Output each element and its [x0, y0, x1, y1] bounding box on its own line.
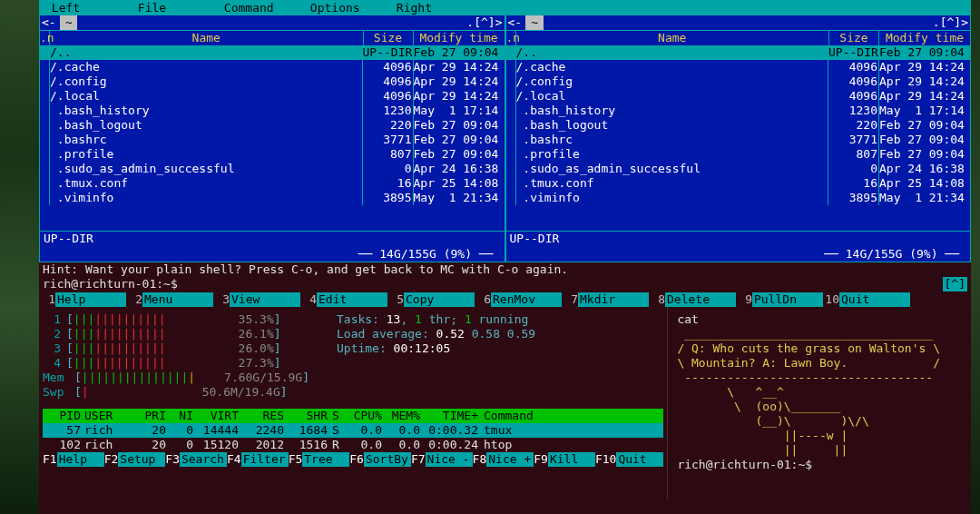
panel-title-tab[interactable]: ~ [525, 15, 544, 30]
panel-disk-usage: ── 14G/155G (9%) ── [506, 247, 971, 262]
mc-menu-left[interactable]: Left [44, 1, 131, 15]
file-row[interactable]: .bashrc3771Feb 27 09:04 [40, 133, 505, 147]
htop-uptime: Uptime: 00:12:05 [337, 341, 535, 356]
file-row[interactable]: /.cache4096Apr 29 14:24 [506, 60, 971, 74]
mc-hint-line: Hint: Want your plain shell? Press C-o, … [39, 262, 971, 277]
mc-panel-right[interactable]: <-~.[^]>.nNameSizeModify time/..UP--DIRF… [505, 15, 972, 262]
panel-left-arrow-icon[interactable]: <- [42, 15, 56, 30]
file-row[interactable]: .bash_history1230May 1 17:14 [40, 104, 505, 118]
htop-fkey-nice[interactable]: F7Nice - [411, 452, 473, 467]
file-row[interactable]: /..UP--DIRFeb 27 09:04 [40, 45, 505, 60]
mc-menu-command[interactable]: Command [217, 1, 303, 15]
htop-cpu-bar: 2[|||||||||||||26.1%] [43, 327, 309, 341]
cowsay-command: cat [677, 312, 965, 327]
htop-fkey-setup[interactable]: F2Setup [104, 452, 166, 467]
panel-status: UP--DIR [506, 231, 971, 247]
file-row[interactable]: .tmux.conf16Apr 25 14:08 [40, 176, 505, 191]
file-row[interactable]: .bashrc3771Feb 27 09:04 [506, 133, 971, 147]
mc-menu-right[interactable]: Right [389, 1, 475, 15]
htop-fkey-filter[interactable]: F4Filter [227, 452, 289, 467]
file-row[interactable]: .profile807Feb 27 09:04 [40, 147, 505, 162]
mc-fkey-help[interactable]: 1Help [39, 292, 126, 307]
htop-fkey-kill[interactable]: F9Kill [534, 452, 595, 467]
htop-process-row[interactable]: 57rich2001444422401684S0.00.00:00.32tmux [43, 423, 663, 438]
file-row[interactable]: .profile807Feb 27 09:04 [506, 147, 971, 162]
file-row[interactable]: .bash_history1230May 1 17:14 [506, 104, 971, 118]
mc-fkey-pulldn[interactable]: 9PullDn [736, 292, 823, 307]
mc-fkey-view[interactable]: 3View [213, 292, 300, 307]
panel-status: UP--DIR [40, 231, 505, 247]
htop-fkey-sortby[interactable]: F6SortBy [349, 452, 411, 467]
file-row[interactable]: .bash_logout220Feb 27 09:04 [506, 118, 971, 133]
file-row[interactable]: /.cache4096Apr 29 14:24 [40, 60, 505, 74]
cowsay-pane[interactable]: cat ___________________________________ … [667, 307, 971, 499]
htop-pane[interactable]: 1[|||||||||||||35.3%]2[|||||||||||||26.1… [39, 307, 667, 499]
file-row[interactable]: .sudo_as_admin_successful0Apr 24 16:38 [40, 162, 505, 176]
htop-swp-bar: Swp[|50.6M/19.4G] [43, 385, 309, 400]
cowsay-output: ___________________________________ / Q:… [677, 327, 965, 458]
terminal-window: Left File Command Options Right <-~.[^]>… [39, 0, 971, 514]
mc-menu-file[interactable]: File [131, 1, 217, 15]
file-row[interactable]: .tmux.conf16Apr 25 14:08 [506, 176, 971, 191]
htop-mem-bar: Mem[||||||||||||||||7.60G/15.9G] [43, 371, 309, 385]
mc-fkey-copy[interactable]: 5Copy [387, 292, 475, 307]
htop-function-keys: F1HelpF2SetupF3SearchF4FilterF5TreeF6Sor… [43, 452, 663, 467]
panel-right-icons[interactable]: .[^]> [466, 15, 502, 30]
file-row[interactable]: /..UP--DIRFeb 27 09:04 [506, 45, 971, 60]
htop-fkey-search[interactable]: F3Search [165, 452, 227, 467]
mc-fkey-renmov[interactable]: 6RenMov [475, 292, 562, 307]
file-row[interactable]: .sudo_as_admin_successful0Apr 24 16:38 [506, 162, 971, 176]
file-row[interactable]: /.config4096Apr 29 14:24 [506, 74, 971, 89]
panel-right-icons[interactable]: .[^]> [933, 15, 968, 30]
htop-cpu-bar: 3[|||||||||||||26.0%] [43, 341, 309, 356]
mc-fkey-edit[interactable]: 4Edit [300, 292, 387, 307]
file-row[interactable]: /.config4096Apr 29 14:24 [40, 74, 505, 89]
panel-disk-usage: ── 14G/155G (9%) ── [40, 247, 505, 262]
htop-fkey-nice[interactable]: F8Nice + [473, 452, 534, 467]
prompt-flag[interactable]: [^] [943, 277, 967, 292]
htop-tasks: Tasks: 13, 1 thr; 1 running [337, 312, 535, 327]
htop-process-header[interactable]: PIDUSERPRINIVIRTRESSHRSCPU%MEM%TIME+Comm… [43, 409, 663, 423]
htop-fkey-quit[interactable]: F10Quit [595, 452, 663, 467]
cowsay-shell-prompt[interactable]: rich@richturn-01:~$ [677, 458, 965, 472]
htop-cpu-bar: 4[|||||||||||||27.3%] [43, 356, 309, 371]
mc-panels: <-~.[^]>.nNameSizeModify time/..UP--DIRF… [39, 15, 971, 262]
panel-title-tab[interactable]: ~ [60, 15, 78, 30]
panel-column-headers[interactable]: .nNameSizeModify time [506, 31, 971, 45]
htop-fkey-help[interactable]: F1Help [43, 452, 104, 467]
mc-fkey-delete[interactable]: 8Delete [649, 292, 736, 307]
htop-process-row[interactable]: 102rich2001512020121516R0.00.00:00.24hto… [43, 438, 663, 452]
file-row[interactable]: .viminfo3895May 1 21:34 [506, 191, 971, 205]
mc-menu-bar: Left File Command Options Right [39, 0, 971, 15]
file-row[interactable]: .viminfo3895May 1 21:34 [40, 191, 505, 205]
panel-column-headers[interactable]: .nNameSizeModify time [40, 31, 505, 45]
mc-fkey-menu[interactable]: 2Menu [126, 292, 213, 307]
file-row[interactable]: /.local4096Apr 29 14:24 [506, 89, 971, 104]
htop-cpu-bar: 1[|||||||||||||35.3%] [43, 312, 309, 327]
mc-menu-options[interactable]: Options [303, 1, 389, 15]
prompt-text: rich@richturn-01:~$ [43, 277, 178, 292]
htop-fkey-tree[interactable]: F5Tree [289, 452, 350, 467]
mc-panel-left[interactable]: <-~.[^]>.nNameSizeModify time/..UP--DIRF… [39, 15, 505, 262]
file-row[interactable]: /.local4096Apr 29 14:24 [40, 89, 505, 104]
panel-left-arrow-icon[interactable]: <- [508, 15, 523, 30]
mc-fkey-mkdir[interactable]: 7Mkdir [562, 292, 649, 307]
file-row[interactable]: .bash_logout220Feb 27 09:04 [40, 118, 505, 133]
htop-load: Load average: 0.52 0.58 0.59 [337, 327, 535, 341]
mc-shell-prompt[interactable]: rich@richturn-01:~$ [^] [39, 277, 971, 292]
mc-fkey-quit[interactable]: 10Quit [823, 292, 910, 307]
mc-function-keys: 1Help2Menu3View4Edit5Copy6RenMov7Mkdir8D… [39, 292, 971, 307]
